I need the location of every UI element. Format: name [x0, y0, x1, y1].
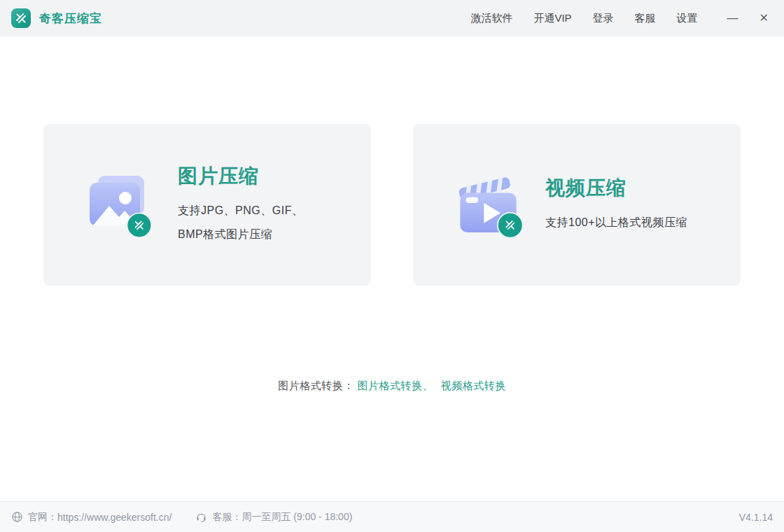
menu-open-vip[interactable]: 开通VIP: [533, 12, 571, 25]
video-card-desc: 支持100+以上格式视频压缩: [545, 211, 687, 234]
menu-settings[interactable]: 设置: [677, 12, 698, 25]
format-converter-row: 图片格式转换： 图片格式转换、 视频格式转换: [0, 379, 784, 393]
footer-bar: 官网： https://www.geekersoft.cn/ 客服： 周一至周五…: [0, 501, 784, 532]
service-label: 客服：: [212, 511, 241, 524]
app-title: 奇客压缩宝: [39, 10, 102, 27]
video-card-text: 视频压缩 支持100+以上格式视频压缩: [545, 175, 687, 234]
globe-icon: [11, 511, 23, 523]
image-card-text: 图片压缩 支持JPG、PNG、GIF、 BMP格式图片压缩: [178, 163, 303, 246]
footer-website-group: 官网： https://www.geekersoft.cn/: [11, 511, 172, 524]
website-label: 官网：: [28, 511, 57, 524]
title-bar: 奇客压缩宝 激活软件 开通VIP 登录 客服 设置 — ✕: [0, 0, 784, 36]
menu-login[interactable]: 登录: [593, 12, 614, 25]
converter-label: 图片格式转换：: [278, 379, 354, 391]
version-label: V4.1.14: [739, 512, 773, 523]
menu-activate-software[interactable]: 激活软件: [470, 12, 512, 25]
link-video-format-convert[interactable]: 视频格式转换: [441, 379, 506, 391]
image-card-desc: 支持JPG、PNG、GIF、 BMP格式图片压缩: [178, 199, 303, 246]
close-button[interactable]: ✕: [760, 13, 769, 24]
image-card-desc-line2: BMP格式图片压缩: [178, 223, 303, 246]
compress-badge-icon: [127, 213, 152, 237]
image-compression-icon: [84, 170, 154, 240]
compress-badge-icon: [498, 212, 523, 237]
app-window: 奇客压缩宝 激活软件 开通VIP 登录 客服 设置 — ✕: [0, 0, 784, 532]
image-card-desc-line1: 支持JPG、PNG、GIF、: [178, 199, 303, 223]
footer-service-group: 客服： 周一至周五 (9:00 - 18:00): [195, 511, 352, 524]
card-video-compression[interactable]: 视频压缩 支持100+以上格式视频压缩: [413, 124, 741, 286]
minimize-button[interactable]: —: [727, 13, 738, 24]
image-card-title: 图片压缩: [178, 163, 303, 190]
menu-customer-service[interactable]: 客服: [635, 12, 656, 25]
video-card-title: 视频压缩: [545, 175, 687, 202]
headset-icon: [195, 511, 207, 523]
titlebar-menu: 激活软件 开通VIP 登录 客服 设置: [470, 12, 697, 25]
card-image-compression[interactable]: 图片压缩 支持JPG、PNG、GIF、 BMP格式图片压缩: [43, 124, 371, 286]
service-hours: 周一至周五 (9:00 - 18:00): [241, 511, 352, 524]
window-controls: — ✕: [727, 13, 769, 24]
video-compression-icon: [450, 169, 526, 241]
website-url[interactable]: https://www.geekersoft.cn/: [57, 512, 172, 523]
link-image-format-convert[interactable]: 图片格式转换、: [358, 379, 434, 391]
app-logo-icon: [11, 8, 31, 28]
